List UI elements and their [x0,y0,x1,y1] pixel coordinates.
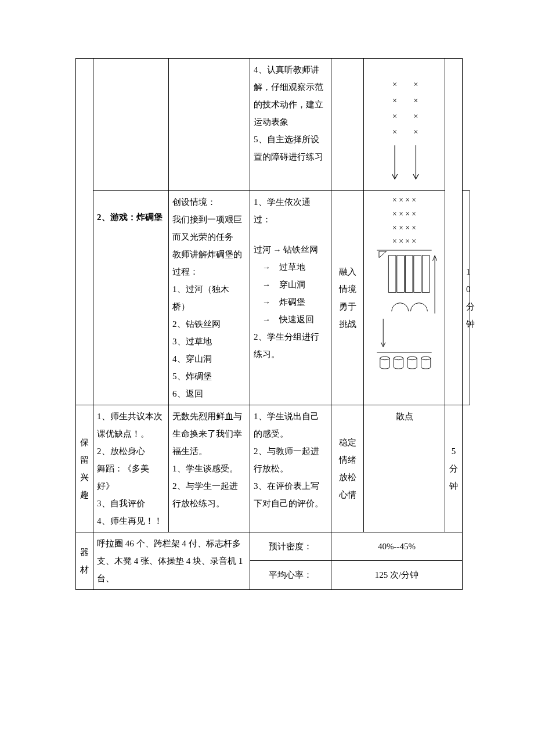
table-row: 保 留 兴 趣 1、师生共议本次课优缺点！。 2、放松身心 舞蹈：《多美好》 3… [76,405,470,532]
svg-text:×: × [392,111,397,121]
arrow-right-icon: → [262,280,270,289]
table-row: 器 材 呼拉圈 46 个、跨栏架 4 付、标志杆多支、木凳 4 张、体操垫 4 … [76,532,470,561]
intent-cell: 稳定情绪 放松心情 [331,405,364,532]
table-row: 4、认真听教师讲解，仔细观察示范的技术动作，建立运动表象 5、自主选择所设置的障… [76,59,470,191]
hr-value-cell: 125 次/分钟 [331,561,463,590]
time-cell: 10 分 钟 [463,190,470,405]
section-cell: 保 留 兴 趣 [76,405,93,532]
flow-line: → 快速返回 [254,311,327,328]
student-cell: 4、认真听教师讲解，仔细观察示范的技术动作，建立运动表象 5、自主选择所设置的障… [250,59,331,191]
document-page: 4、认真听教师讲解，仔细观察示范的技术动作，建立运动表象 5、自主选择所设置的障… [0,0,534,619]
formation-diagram-1: ×× ×× ×× ×× [367,61,441,188]
svg-text:× × × ×: × × × × [392,223,416,232]
flow-line: 过河 → 钻铁丝网 [254,241,327,258]
intent-cell [331,59,364,191]
time-cell: 5 分 钟 [445,405,463,532]
intent-cell: 融入情境 勇于挑战 [331,190,364,405]
flow-line: → 炸碉堡 [254,293,327,311]
arrow-right-icon: → [262,263,270,272]
svg-rect-18 [414,255,421,293]
svg-rect-17 [405,255,413,293]
diagram-label: 散点 [396,412,413,421]
teaching-cell: 创设情境： 我们接到一项艰巨而又光荣的任务 教师讲解炸碉堡的过程： 1、过河（独… [169,190,250,405]
student-intro: 1、学生依次通过： [254,193,327,228]
teaching-cell: 无数先烈用鲜血与生命换来了我们幸福生活。 1、学生谈感受。 2、与学生一起进行放… [169,405,250,532]
svg-text:× × × ×: × × × × [392,237,416,246]
diagram-cell: × × × × × × × × × × × × × × × × [364,190,445,405]
game-title: 2、游戏：炸碉堡 [97,213,163,222]
hr-label-cell: 平均心率： [250,561,331,590]
student-cell: 1、学生说出自己的感受。 2、与教师一起进行放松。 3、在评价表上写下对自己的评… [250,405,331,532]
table-row: 2、游戏：炸碉堡 创设情境： 我们接到一项艰巨而又光荣的任务 教师讲解炸碉堡的过… [76,190,470,405]
density-value-cell: 40%--45% [331,532,463,561]
student-text: 4、认真听教师讲解，仔细观察示范的技术动作，建立运动表象 5、自主选择所设置的障… [254,65,323,161]
time-cell [445,59,463,405]
density-label-cell: 预计密度： [250,532,331,561]
lesson-plan-table: 4、认真听教师讲解，仔细观察示范的技术动作，建立运动表象 5、自主选择所设置的障… [75,58,470,590]
student-cell: 1、学生依次通过： 过河 → 钻铁丝网 → 过草地 → 穿山洞 → 炸碉堡 → … [250,190,331,405]
svg-point-26 [394,357,403,359]
student-end: 2、学生分组进行练习。 [254,328,327,363]
svg-text:× × × ×: × × × × [392,196,416,204]
svg-text:×: × [413,127,418,136]
arrow-right-icon: → [262,315,270,324]
flow-line: → 穿山洞 [254,276,327,293]
section-cell [76,59,93,405]
teaching-text: 创设情境： 我们接到一项艰巨而又光荣的任务 教师讲解炸碉堡的过程： 1、过河（独… [172,197,242,398]
svg-point-29 [407,357,417,359]
svg-rect-19 [422,255,430,293]
svg-text:×: × [413,96,418,105]
svg-point-23 [380,357,389,359]
svg-text:×: × [392,80,397,89]
content-cell: 呼拉圈 46 个、跨栏架 4 付、标志杆多支、木凳 4 张、体操垫 4 块、录音… [93,532,250,589]
diagram-cell: 散点 [364,405,445,532]
flow-line: → 过草地 [254,258,327,276]
svg-text:×: × [392,127,397,136]
svg-rect-16 [397,255,405,293]
svg-point-32 [421,357,431,359]
diagram-cell: ×× ×× ×× ×× [364,59,445,191]
arrow-right-icon: → [271,246,283,254]
svg-rect-15 [388,255,396,293]
section-cell: 器 材 [76,532,93,589]
arrow-right-icon: → [262,298,270,307]
teaching-cell [169,59,250,191]
content-cell: 1、师生共议本次课优缺点！。 2、放松身心 舞蹈：《多美好》 3、自我评价 4、… [93,405,169,532]
content-cell [93,59,169,191]
formation-diagram-2: × × × × × × × × × × × × × × × × [367,193,441,384]
svg-text:× × × ×: × × × × [392,210,416,218]
svg-text:×: × [413,111,418,121]
content-cell: 2、游戏：炸碉堡 [93,190,169,405]
svg-text:×: × [413,80,418,89]
svg-text:×: × [392,96,397,105]
